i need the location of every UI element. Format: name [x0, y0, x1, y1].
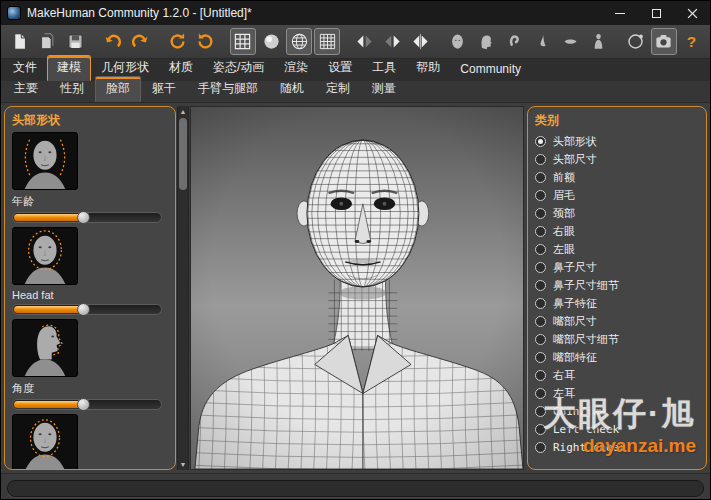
category-nose-size[interactable]: 鼻子尺寸 — [535, 258, 699, 276]
grid-button[interactable] — [230, 28, 256, 55]
tab-face[interactable]: 脸部 — [95, 76, 141, 102]
slider-head-fat[interactable] — [12, 304, 162, 315]
tab-arms-legs[interactable]: 手臂与腿部 — [187, 76, 269, 102]
category-left-cheek[interactable]: Left cheek — [535, 420, 699, 438]
category-list: 头部形状头部尺寸前额眉毛颈部右眼左眼鼻子尺寸鼻子尺寸细节鼻子特征嘴部尺寸嘴部尺寸… — [535, 132, 699, 456]
screenshot-button[interactable] — [651, 28, 677, 55]
slider-knob[interactable] — [77, 303, 90, 316]
main-content: 头部形状 年龄Head fat角度 ▲ ▼ — [1, 103, 710, 473]
category-eyebrows[interactable]: 眉毛 — [535, 186, 699, 204]
redo-button[interactable] — [128, 28, 154, 55]
reload-button[interactable] — [193, 28, 219, 55]
modifier-thumb-age[interactable] — [12, 132, 78, 190]
tab-random[interactable]: 随机 — [269, 76, 315, 102]
subdivision-button[interactable] — [314, 28, 340, 55]
toolbar: ? — [1, 25, 710, 59]
category-label: 鼻子特征 — [553, 296, 597, 311]
category-mouth-features[interactable]: 嘴部特征 — [535, 348, 699, 366]
radio-icon — [535, 298, 546, 309]
category-label: 嘴部特征 — [553, 350, 597, 365]
category-nose-size-details[interactable]: 鼻子尺寸细节 — [535, 276, 699, 294]
radio-icon — [535, 388, 546, 399]
tab-custom[interactable]: 定制 — [315, 76, 361, 102]
slider-label-head-fat: Head fat — [12, 289, 168, 301]
slider-age[interactable] — [12, 212, 162, 223]
category-right-eye[interactable]: 右眼 — [535, 222, 699, 240]
command-input[interactable] — [7, 480, 704, 497]
radio-icon — [535, 424, 546, 435]
view-body-button[interactable] — [585, 28, 611, 55]
maximize-button[interactable] — [638, 1, 674, 25]
orbit-button[interactable] — [623, 28, 649, 55]
left-panel-scrollbar[interactable]: ▲ ▼ — [177, 106, 189, 470]
view-face-button[interactable] — [445, 28, 471, 55]
titlebar[interactable]: MakeHuman Community 1.2.0 - [Untitled]* — [1, 1, 710, 25]
minimize-button[interactable] — [602, 1, 638, 25]
category-mouth-size-details[interactable]: 嘴部尺寸细节 — [535, 330, 699, 348]
radio-icon — [535, 442, 546, 453]
tab-measure[interactable]: 测量 — [361, 76, 407, 102]
undo-button[interactable] — [99, 28, 125, 55]
modifier-thumb-oval[interactable] — [12, 414, 78, 470]
category-nose-features[interactable]: 鼻子特征 — [535, 294, 699, 312]
wireframe-button[interactable] — [286, 28, 312, 55]
scroll-up-icon[interactable]: ▲ — [180, 106, 187, 117]
view-ear-button[interactable] — [501, 28, 527, 55]
tab-torso[interactable]: 躯干 — [141, 76, 187, 102]
category-label: Right cheek — [553, 441, 626, 454]
tab-gender[interactable]: 性别 — [49, 76, 95, 102]
category-left-ear[interactable]: 左耳 — [535, 384, 699, 402]
radio-icon — [535, 370, 546, 381]
redo-icon — [131, 32, 150, 51]
slider-fill — [14, 401, 84, 408]
category-label: Left cheek — [553, 423, 619, 436]
smooth-shading-button[interactable] — [258, 28, 284, 55]
close-button[interactable] — [674, 1, 710, 25]
tab-main[interactable]: 主要 — [3, 76, 49, 102]
category-head-size[interactable]: 头部尺寸 — [535, 150, 699, 168]
symmetry-both-button[interactable] — [408, 28, 434, 55]
radio-icon — [535, 154, 546, 165]
view-nose-button[interactable] — [529, 28, 555, 55]
head-side-icon — [476, 32, 495, 51]
slider-knob[interactable] — [77, 211, 90, 224]
viewport-3d[interactable] — [190, 106, 524, 470]
save-button[interactable] — [62, 28, 88, 55]
category-left-eye[interactable]: 左眼 — [535, 240, 699, 258]
load-button[interactable] — [34, 28, 60, 55]
category-label: 右耳 — [553, 368, 575, 383]
modifier-thumb-head-fat[interactable] — [12, 227, 78, 285]
category-label: 左眼 — [553, 242, 575, 257]
scroll-down-icon[interactable]: ▼ — [180, 459, 187, 470]
symmetry-left-button[interactable] — [351, 28, 377, 55]
category-right-cheek[interactable]: Right cheek — [535, 438, 699, 456]
category-forehead[interactable]: 前额 — [535, 168, 699, 186]
reset-camera-button[interactable] — [165, 28, 191, 55]
slider-knob[interactable] — [77, 398, 90, 411]
help-button[interactable]: ? — [679, 28, 705, 55]
viewport-mesh — [191, 107, 523, 469]
modifier-thumb-angle[interactable] — [12, 319, 78, 377]
radio-icon — [535, 406, 546, 417]
category-head-shape[interactable]: 头部形状 — [535, 132, 699, 150]
view-side-button[interactable] — [473, 28, 499, 55]
category-label: 头部尺寸 — [553, 152, 597, 167]
nose-icon — [533, 32, 552, 51]
radio-icon — [535, 208, 546, 219]
new-button[interactable] — [6, 28, 32, 55]
menu-item-help[interactable]: 帮助 — [406, 55, 450, 81]
svg-text:?: ? — [687, 33, 696, 50]
category-mouth-size[interactable]: 嘴部尺寸 — [535, 312, 699, 330]
category-neck[interactable]: 颈部 — [535, 204, 699, 222]
category-chin-jaw[interactable]: Chin/jaw — [535, 402, 699, 420]
view-mouth-button[interactable] — [557, 28, 583, 55]
slider-angle[interactable] — [12, 399, 162, 410]
symmetry-right-button[interactable] — [380, 28, 406, 55]
menu-item-community[interactable]: Community — [450, 58, 531, 81]
category-label: 头部形状 — [553, 134, 597, 149]
left-panel: 头部形状 年龄Head fat角度 — [4, 106, 176, 470]
scrollbar-thumb[interactable] — [179, 118, 187, 190]
dense-grid-icon — [318, 32, 337, 51]
wire-sphere-icon — [290, 32, 309, 51]
category-right-ear[interactable]: 右耳 — [535, 366, 699, 384]
